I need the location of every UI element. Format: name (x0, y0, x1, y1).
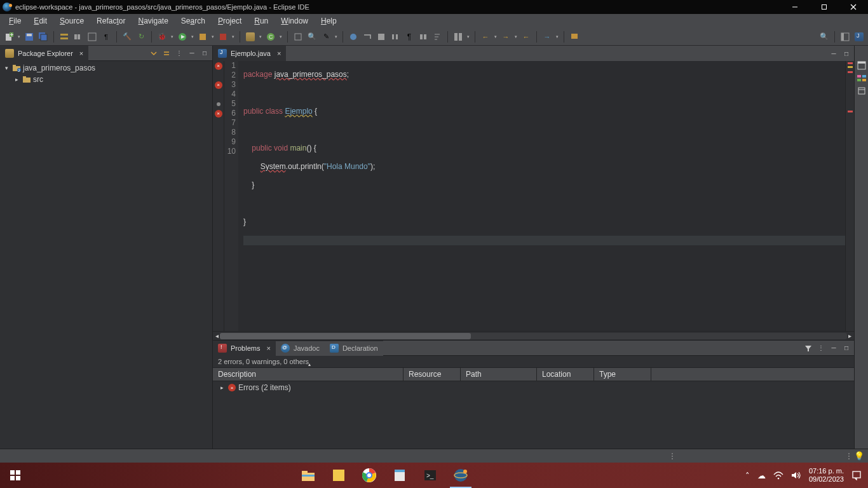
refresh-button[interactable]: ↻ (135, 30, 147, 43)
new-class-button[interactable]: C (264, 30, 277, 43)
declaration-tab[interactable]: Declaration (325, 341, 383, 356)
statusbar-grip-icon[interactable] (846, 453, 851, 459)
marker-column[interactable]: × × × (213, 61, 224, 331)
error-marker-icon[interactable]: × (215, 62, 222, 70)
run-dropdown[interactable]: ▾ (190, 34, 195, 39)
taskbar-terminal[interactable]: >_ (416, 463, 445, 488)
pin-button[interactable]: ¶ (403, 30, 416, 43)
tray-wifi-icon[interactable] (773, 471, 783, 480)
windows-taskbar[interactable]: >_ ˄ ☁ 07:16 p. m. 09/02/2023 (0, 463, 868, 488)
new-package-dropdown[interactable]: ▾ (258, 34, 263, 39)
filter-problems-button[interactable] (803, 343, 813, 353)
col-path[interactable]: Path (461, 368, 537, 381)
java-perspective-button[interactable] (853, 30, 865, 43)
menu-search[interactable]: Search (175, 15, 212, 27)
minimize-view-button[interactable]: ─ (187, 48, 197, 58)
project-node[interactable]: ▾ J java_primeros_pasos (0, 62, 212, 74)
col-description[interactable]: Description▴ (213, 368, 403, 381)
twisty-icon[interactable]: ▸ (218, 384, 226, 391)
sort-button[interactable] (431, 30, 444, 43)
overview-ruler[interactable] (845, 61, 854, 331)
new-class-dropdown[interactable]: ▾ (278, 34, 283, 39)
debug-button[interactable]: 🐞 (156, 30, 168, 43)
menu-project[interactable]: Project (212, 15, 248, 27)
maximize-button[interactable] (810, 0, 839, 14)
task-list-trim-icon[interactable] (857, 74, 866, 83)
scroll-left-icon[interactable]: ◂ (215, 332, 219, 339)
taskbar-file-explorer[interactable] (294, 463, 323, 488)
build-button[interactable]: 🔨 (121, 30, 133, 43)
step-button[interactable] (361, 30, 374, 43)
forward-disabled-button[interactable]: → (499, 30, 512, 43)
outline-trim-icon[interactable] (857, 61, 866, 70)
show-whitespace-button[interactable]: ¶ (100, 30, 112, 43)
skip-breakpoints-button[interactable] (347, 30, 360, 43)
taskbar-chrome[interactable] (355, 463, 384, 488)
maximize-view-button[interactable]: □ (841, 343, 851, 353)
package-explorer-tab[interactable]: Package Explorer × (0, 46, 88, 61)
overview-warn-mark[interactable] (848, 66, 853, 68)
perspective-dropdown[interactable]: ▾ (466, 34, 471, 39)
save-button[interactable] (23, 30, 36, 43)
back-dropdown[interactable]: ▾ (493, 34, 498, 39)
overview-error-mark[interactable] (848, 111, 853, 112)
view-menu-button[interactable]: ⋮ (816, 343, 826, 353)
next-annotation-button[interactable]: → (541, 30, 553, 43)
save-all-button[interactable] (37, 30, 50, 43)
close-button[interactable] (839, 0, 868, 14)
maximize-editor-button[interactable]: □ (841, 48, 851, 58)
menu-run[interactable]: Run (248, 15, 275, 27)
close-view-icon[interactable]: × (266, 344, 270, 352)
twisty-icon[interactable]: ▸ (13, 76, 20, 83)
menu-source[interactable]: Source (53, 15, 90, 27)
pin-editor-button[interactable] (568, 30, 581, 43)
editor-horizontal-scrollbar[interactable]: ◂ ▸ (213, 331, 854, 340)
open-perspective-button[interactable] (839, 30, 851, 43)
run-button[interactable] (176, 30, 189, 43)
minimize-editor-button[interactable]: ─ (829, 48, 839, 58)
new-package-button[interactable] (244, 30, 257, 43)
overview-error-mark[interactable] (848, 62, 853, 64)
taskbar-clock[interactable]: 07:16 p. m. 09/02/2023 (809, 467, 844, 484)
debug-dropdown[interactable]: ▾ (170, 34, 175, 39)
javadoc-tab[interactable]: Javadoc (276, 341, 325, 356)
toggle-breadcrumb-button[interactable] (58, 30, 71, 43)
tray-chevron-icon[interactable]: ˄ (745, 471, 750, 480)
link-editor-button[interactable] (161, 48, 172, 58)
package-explorer-tree[interactable]: ▾ J java_primeros_pasos ▸ src (0, 61, 212, 449)
src-node[interactable]: ▸ src (0, 74, 212, 85)
resume-button[interactable] (375, 30, 388, 43)
ext-tools-button[interactable] (217, 30, 229, 43)
perspective-button[interactable] (452, 30, 465, 43)
taskbar-sticky-notes[interactable] (324, 463, 353, 488)
taskbar-notepad[interactable] (385, 463, 414, 488)
block-select-button[interactable] (86, 30, 98, 43)
col-resource[interactable]: Resource (403, 368, 461, 381)
filter-button[interactable] (417, 30, 430, 43)
suspend-button[interactable] (389, 30, 402, 43)
new-dropdown[interactable]: ▾ (17, 34, 22, 39)
menu-help[interactable]: Help (315, 15, 343, 27)
annotation-dropdown[interactable]: ▾ (334, 34, 339, 39)
start-button[interactable] (0, 463, 31, 488)
error-marker-icon[interactable]: × (215, 110, 222, 118)
code-editor[interactable]: × × × 1 2 3 4 5 6 7 (213, 61, 854, 331)
ext-tools-dropdown[interactable]: ▾ (231, 34, 236, 39)
overview-error-mark[interactable] (848, 71, 853, 73)
menu-refactor[interactable]: Refactor (90, 15, 132, 27)
twisty-icon[interactable]: ▾ (3, 65, 10, 71)
quick-access-button[interactable]: 🔍 (818, 30, 831, 43)
error-marker-icon[interactable]: × (215, 81, 222, 89)
scroll-thumb[interactable] (220, 333, 471, 339)
maximize-view-button[interactable]: □ (200, 48, 210, 58)
system-tray[interactable]: ˄ ☁ 07:16 p. m. 09/02/2023 (739, 467, 868, 484)
last-edit-button[interactable]: ← (520, 30, 532, 43)
problems-tab[interactable]: Problems × (213, 341, 276, 356)
tray-volume-icon[interactable] (791, 471, 801, 480)
tray-notifications-icon[interactable] (851, 470, 862, 480)
coverage-button[interactable] (196, 30, 209, 43)
statusbar-grip-icon[interactable] (670, 453, 675, 459)
col-type[interactable]: Type (594, 368, 651, 381)
line-number-gutter[interactable]: 1 2 3 4 5 6 7 8 9 10 (224, 61, 238, 331)
coverage-dropdown[interactable]: ▾ (210, 34, 215, 39)
